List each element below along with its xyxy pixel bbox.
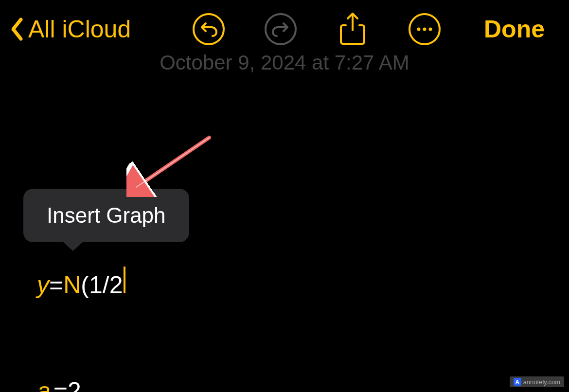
svg-point-3 <box>417 28 421 31</box>
done-button[interactable]: Done <box>484 15 545 43</box>
annotely-logo-icon: A <box>514 378 521 386</box>
bottom-equation-text[interactable]: a =2 <box>37 377 81 392</box>
svg-line-6 <box>136 138 209 187</box>
text-cursor <box>124 267 125 293</box>
back-label: All iCloud <box>28 15 131 43</box>
toolbar-actions <box>192 12 441 47</box>
svg-point-5 <box>429 28 432 31</box>
share-button[interactable] <box>336 12 369 47</box>
back-button[interactable]: All iCloud <box>10 15 131 43</box>
svg-point-0 <box>194 14 224 44</box>
insert-graph-tooltip[interactable]: Insert Graph <box>23 189 189 242</box>
equation-variable-n: N <box>63 271 81 299</box>
redo-button[interactable] <box>264 13 297 46</box>
bottom-variable-a: a <box>37 377 51 392</box>
note-timestamp: October 9, 2024 at 7:27 AM <box>160 51 409 74</box>
bottom-tail: =2 <box>53 377 81 392</box>
tooltip-label: Insert Graph <box>47 203 166 227</box>
equation-tail: (1/2 <box>81 271 123 299</box>
svg-point-1 <box>266 14 296 44</box>
undo-button[interactable] <box>192 13 225 46</box>
svg-point-4 <box>423 28 427 31</box>
equation-equals: = <box>49 271 63 299</box>
annotely-text: annotely.com <box>523 378 560 386</box>
more-button[interactable] <box>408 13 441 46</box>
equation-variable-y: y <box>37 271 49 299</box>
annotely-watermark: A annotely.com <box>510 376 564 387</box>
toolbar: All iCloud <box>0 0 569 58</box>
chevron-back-icon <box>10 17 23 41</box>
svg-line-7 <box>136 138 209 187</box>
equation-text[interactable]: y = N (1/2 <box>37 267 125 299</box>
